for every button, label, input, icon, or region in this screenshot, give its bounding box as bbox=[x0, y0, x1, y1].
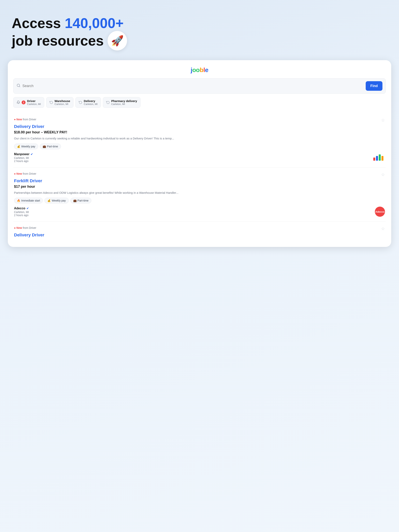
verified-icon-1: ✔ bbox=[31, 153, 33, 156]
chip-location-driver: Carleton, MI bbox=[27, 103, 41, 106]
job-card-3-header: ● New from Driver ☆ bbox=[14, 226, 385, 231]
job-title-3[interactable]: Delivery Driver bbox=[14, 233, 385, 238]
job-description-2: Partnerships between Adecco and ODW Logi… bbox=[14, 191, 385, 195]
new-label-2: ● New from Driver bbox=[14, 172, 36, 175]
tag-weekly-pay-1: 💰 Weekly pay bbox=[14, 144, 38, 149]
company-time-2: 2 hours ago bbox=[14, 214, 29, 217]
chip-location-delivery: Carleton, MI bbox=[84, 103, 98, 106]
recent-chip-warehouse[interactable]: Warehouse Carleton, MI bbox=[46, 97, 73, 108]
hero-title-text1: Access bbox=[12, 15, 65, 31]
tag-weekly-pay-2: 💰 Weekly pay bbox=[45, 198, 69, 203]
svg-rect-4 bbox=[379, 154, 381, 161]
job-card-2: ● New from Driver ☆ Forklift Driver $17 … bbox=[13, 167, 386, 222]
save-job-3-button[interactable]: ☆ bbox=[381, 226, 385, 231]
tag-immediate-start-2: 🔥 Immediate start bbox=[14, 198, 43, 203]
notification-badge: 2 bbox=[22, 101, 26, 104]
job-tags-1: 💰 Weekly pay 💼 Part-time bbox=[14, 144, 385, 149]
save-job-2-button[interactable]: ☆ bbox=[381, 172, 385, 177]
company-location-1: Carleton, MI bbox=[14, 156, 33, 159]
job-card-1-header: ● New from Driver ☆ bbox=[14, 118, 385, 123]
rocket-emoji: 🚀 bbox=[111, 35, 124, 46]
hero-section: Access 140,000+ job resources 🚀 bbox=[8, 12, 391, 60]
chip-title-warehouse: Warehouse bbox=[55, 99, 70, 103]
notification-icon bbox=[17, 101, 20, 105]
job-card-1: ● New from Driver ☆ Delivery Driver $18.… bbox=[13, 113, 386, 167]
tag-part-time-1: 💼 Part-time bbox=[40, 144, 61, 149]
app-card: jooble Find 2 Driver Carleton, MI bbox=[8, 60, 391, 247]
adecco-logo: Adecco bbox=[375, 207, 385, 217]
new-label-1: ● New from Driver bbox=[14, 118, 36, 121]
company-name-1: Manpower ✔ bbox=[14, 152, 33, 156]
search-icon bbox=[17, 83, 20, 89]
verified-icon-2: ✔ bbox=[26, 207, 29, 210]
company-info-2: Adecco ✔ Carleton, MI 2 hours ago bbox=[14, 207, 29, 217]
hero-title: Access 140,000+ job resources 🚀 bbox=[12, 16, 387, 51]
find-button[interactable]: Find bbox=[366, 81, 382, 91]
job-card-2-header: ● New from Driver ☆ bbox=[14, 172, 385, 177]
job-list: ● New from Driver ☆ Delivery Driver $18.… bbox=[13, 113, 386, 241]
hero-title-accent: 140,000+ bbox=[65, 15, 123, 31]
job-description-1: Our client in Carleton is currently seek… bbox=[14, 136, 385, 141]
job-tags-2: 🔥 Immediate start 💰 Weekly pay 💼 Part-ti… bbox=[14, 198, 385, 203]
history-icon-warehouse bbox=[50, 101, 53, 105]
job-card-3: ● New from Driver ☆ Delivery Driver bbox=[13, 222, 386, 241]
company-info-1: Manpower ✔ Carleton, MI 2 hours ago bbox=[14, 152, 33, 163]
chip-title-driver: Driver bbox=[27, 99, 41, 103]
recent-chip-driver[interactable]: 2 Driver Carleton, MI bbox=[13, 97, 44, 108]
job-salary-2: $17 per hour bbox=[14, 185, 385, 189]
search-input[interactable] bbox=[22, 84, 364, 88]
svg-rect-5 bbox=[381, 156, 383, 161]
job-footer-1: Manpower ✔ Carleton, MI 2 hours ago bbox=[14, 152, 385, 163]
manpower-logo bbox=[373, 154, 385, 161]
recent-searches: 2 Driver Carleton, MI Warehouse Carleton… bbox=[13, 97, 386, 108]
job-title-2[interactable]: Forklift Driver bbox=[14, 178, 385, 184]
history-icon-pharmacy bbox=[106, 101, 110, 105]
svg-rect-2 bbox=[373, 158, 375, 161]
chip-location-pharmacy: Carleton, MI bbox=[111, 103, 137, 106]
recent-chip-delivery[interactable]: Delivery Carleton, MI bbox=[75, 97, 101, 108]
history-icon-delivery bbox=[79, 101, 82, 105]
jooble-logo: jooble bbox=[13, 66, 386, 74]
svg-rect-3 bbox=[376, 156, 378, 161]
new-label-3: ● New from Driver bbox=[14, 226, 36, 229]
job-salary-1: $18.00 per hour – WEEKLY PAY! bbox=[14, 130, 385, 134]
company-time-1: 2 hours ago bbox=[14, 159, 33, 163]
search-bar[interactable]: Find bbox=[13, 78, 386, 94]
recent-chip-pharmacy[interactable]: Pharmacy delivery Carleton, MI bbox=[103, 97, 141, 108]
rocket-badge: 🚀 bbox=[108, 31, 127, 51]
job-title-1[interactable]: Delivery Driver bbox=[14, 124, 385, 129]
tag-part-time-2: 💼 Part-time bbox=[70, 198, 91, 203]
job-footer-2: Adecco ✔ Carleton, MI 2 hours ago Adecco bbox=[14, 207, 385, 217]
chip-title-pharmacy: Pharmacy delivery bbox=[111, 99, 137, 103]
chip-location-warehouse: Carleton, MI bbox=[55, 103, 70, 106]
chip-title-delivery: Delivery bbox=[84, 99, 98, 103]
logo-text: jooble bbox=[191, 66, 208, 73]
hero-title-text2: job resources bbox=[12, 33, 104, 49]
company-location-2: Carleton, MI bbox=[14, 210, 29, 214]
svg-line-1 bbox=[19, 86, 20, 87]
save-job-1-button[interactable]: ☆ bbox=[381, 118, 385, 123]
company-name-2: Adecco ✔ bbox=[14, 207, 29, 210]
